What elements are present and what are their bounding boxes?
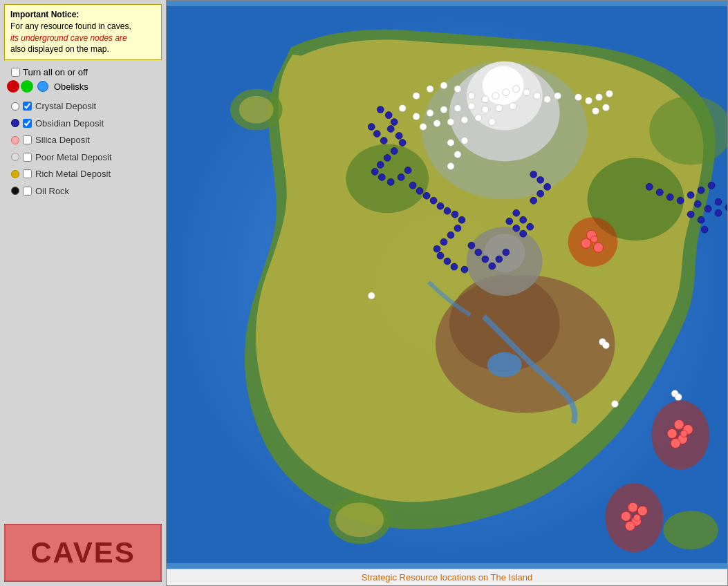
legend-obsidian: Obsidian Deposit xyxy=(7,117,162,131)
crystal-label: Crystal Deposit xyxy=(35,100,96,113)
legend-crystal: Crystal Deposit xyxy=(7,100,162,113)
obsidian-checkbox[interactable] xyxy=(23,119,32,128)
silica-checkbox[interactable] xyxy=(23,135,32,144)
svg-point-45 xyxy=(440,238,447,245)
svg-point-63 xyxy=(530,197,537,204)
svg-point-138 xyxy=(602,104,609,111)
svg-point-43 xyxy=(454,225,461,231)
toggle-all-row: Turn all on or off xyxy=(4,67,162,77)
svg-point-61 xyxy=(520,216,527,223)
rich-metal-checkbox[interactable] xyxy=(23,169,32,178)
toggle-all-checkbox[interactable] xyxy=(11,68,20,77)
svg-point-53 xyxy=(482,256,489,263)
svg-point-37 xyxy=(423,192,430,199)
poor-metal-checkbox[interactable] xyxy=(23,153,32,162)
notice-body-highlight: its underground cave nodes are xyxy=(10,33,127,43)
svg-point-148 xyxy=(581,238,591,248)
svg-point-12 xyxy=(487,352,522,377)
caves-button[interactable]: CAVES xyxy=(4,524,162,582)
svg-point-133 xyxy=(575,94,582,101)
obsidian-label: Obsidian Deposit xyxy=(35,117,104,131)
svg-point-112 xyxy=(510,103,516,110)
svg-point-104 xyxy=(554,93,561,100)
svg-point-77 xyxy=(715,209,722,216)
svg-point-80 xyxy=(687,211,694,218)
svg-point-71 xyxy=(677,197,684,204)
svg-point-111 xyxy=(496,105,503,112)
rich-metal-dot xyxy=(11,170,19,178)
oil-rock-label: Oil Rock xyxy=(35,185,69,198)
svg-point-29 xyxy=(377,161,384,168)
svg-point-47 xyxy=(437,252,444,259)
notice-body-suffix: also displayed on the map. xyxy=(10,44,109,54)
rich-metal-label: Rich Metal Deposit xyxy=(35,167,111,181)
svg-point-75 xyxy=(694,200,701,207)
obsidian-dot xyxy=(11,119,19,127)
svg-point-94 xyxy=(440,82,447,89)
svg-point-20 xyxy=(391,119,398,126)
svg-point-69 xyxy=(656,189,663,196)
svg-point-100 xyxy=(513,86,520,93)
notice-box: Important Notice: For any resource found… xyxy=(4,4,162,60)
toggle-all-label: Turn all on or off xyxy=(23,67,88,77)
svg-point-156 xyxy=(671,438,680,448)
legend-poor-metal: Poor Metal Deposit xyxy=(7,151,162,164)
svg-point-14 xyxy=(335,502,384,537)
svg-point-42 xyxy=(458,216,465,223)
svg-point-52 xyxy=(475,249,482,256)
svg-point-125 xyxy=(602,342,609,349)
svg-point-46 xyxy=(433,245,440,252)
svg-point-92 xyxy=(413,93,420,100)
svg-point-58 xyxy=(513,225,520,231)
svg-point-22 xyxy=(395,133,402,140)
svg-point-117 xyxy=(475,115,482,122)
legend-silica: Silica Deposit xyxy=(7,133,162,147)
svg-point-99 xyxy=(503,89,510,96)
svg-point-159 xyxy=(628,502,637,512)
svg-point-56 xyxy=(503,249,510,256)
svg-point-68 xyxy=(646,183,653,190)
svg-point-115 xyxy=(447,119,454,126)
crystal-checkbox[interactable] xyxy=(23,102,32,111)
svg-point-23 xyxy=(380,138,387,144)
svg-point-120 xyxy=(461,138,468,144)
poor-metal-label: Poor Metal Deposit xyxy=(35,151,112,164)
svg-point-38 xyxy=(430,197,437,204)
svg-point-18 xyxy=(377,106,384,113)
svg-point-123 xyxy=(368,292,375,299)
svg-point-153 xyxy=(667,428,677,438)
obelisks-row: Obelisks xyxy=(4,80,162,93)
svg-point-25 xyxy=(368,124,375,131)
oil-rock-checkbox[interactable] xyxy=(23,187,32,196)
svg-point-34 xyxy=(404,167,411,173)
svg-point-110 xyxy=(482,106,489,113)
svg-point-152 xyxy=(674,420,684,430)
svg-point-32 xyxy=(387,178,394,185)
sidebar: Important Notice: For any resource found… xyxy=(0,0,166,586)
svg-point-62 xyxy=(513,209,520,216)
svg-point-39 xyxy=(437,202,444,209)
svg-point-64 xyxy=(537,190,544,197)
svg-point-24 xyxy=(373,131,380,138)
svg-point-82 xyxy=(701,226,708,233)
svg-point-101 xyxy=(523,89,530,96)
svg-point-67 xyxy=(530,171,537,178)
svg-point-93 xyxy=(427,86,433,93)
svg-point-49 xyxy=(451,263,458,270)
legend-rich-metal: Rich Metal Deposit xyxy=(7,167,162,181)
svg-point-121 xyxy=(454,151,461,158)
svg-point-40 xyxy=(444,207,451,214)
svg-point-76 xyxy=(704,205,711,212)
svg-point-106 xyxy=(427,110,433,117)
legend-oil-rock: Oil Rock xyxy=(7,185,162,198)
svg-point-27 xyxy=(391,147,398,154)
svg-point-137 xyxy=(592,108,599,115)
svg-point-91 xyxy=(399,105,406,112)
svg-point-28 xyxy=(384,154,391,161)
svg-point-119 xyxy=(447,140,454,146)
svg-point-97 xyxy=(482,96,489,103)
svg-point-41 xyxy=(451,211,458,218)
notice-title: Important Notice: xyxy=(10,10,79,19)
svg-point-72 xyxy=(687,191,694,198)
map-container xyxy=(167,1,727,569)
